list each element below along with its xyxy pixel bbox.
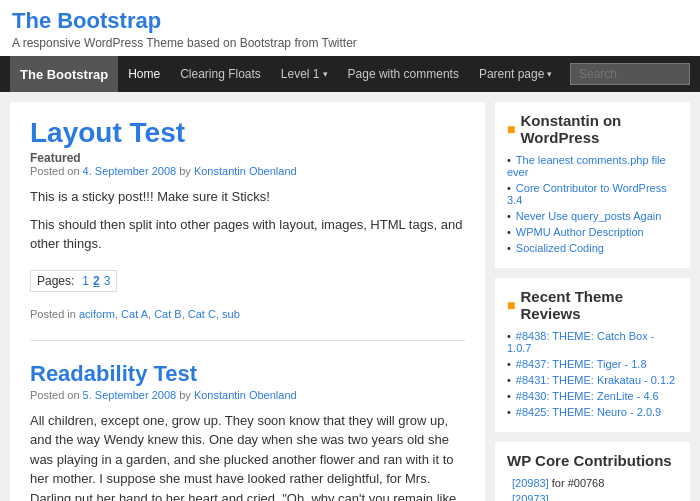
category-link[interactable]: sub [222, 308, 240, 320]
search-input[interactable] [570, 63, 690, 85]
list-item: #8437: THEME: Tiger - 1.8 [507, 358, 678, 370]
rss-item-link[interactable]: #8431: THEME: Krakatau - 0.1.2 [516, 374, 675, 386]
post-pagination: Pages:123 [30, 270, 117, 292]
post-0: Layout Test Featured Posted on 4. Septem… [30, 117, 465, 341]
widget-title-text: Recent Theme Reviews [520, 288, 678, 322]
content-wrapper: Layout Test Featured Posted on 4. Septem… [0, 92, 700, 501]
post-meta: Posted on 4. September 2008 by Konstanti… [30, 165, 465, 177]
page-link[interactable]: 3 [104, 274, 111, 288]
widget-title-text: Konstantin on WordPress [520, 112, 678, 146]
nav-item-home[interactable]: Home [118, 56, 170, 92]
nav-item-page-with-comments[interactable]: Page with comments [338, 56, 469, 92]
category-link[interactable]: Cat B [154, 308, 182, 320]
rss-item-link[interactable]: #8430: THEME: ZenLite - 4.6 [516, 390, 659, 402]
nav-item-parent-page[interactable]: Parent page ▾ [469, 56, 562, 92]
post-title-link[interactable]: Readability Test [30, 361, 197, 386]
trac-link[interactable]: [20973] [512, 493, 549, 501]
post-footer: Posted in aciform, Cat A, Cat B, Cat C, … [30, 308, 465, 320]
nav-links: HomeClearing FloatsLevel 1 ▾Page with co… [118, 56, 562, 92]
post-featured-label: Featured [30, 151, 465, 165]
nav-bar: The Bootstrap HomeClearing FloatsLevel 1… [0, 56, 700, 92]
rss-item-link[interactable]: Core Contributor to WordPress 3.4 [507, 182, 667, 206]
widget-title-text: WP Core Contributions [507, 452, 672, 469]
post-author[interactable]: Konstantin Obenland [194, 165, 297, 177]
nav-logo: The Bootstrap [10, 56, 118, 92]
widget-theme-reviews: ■Recent Theme Reviews#8438: THEME: Catch… [495, 278, 690, 432]
trac-link[interactable]: [20983] [512, 477, 549, 489]
chevron-down-icon: ▾ [323, 69, 328, 79]
post-paragraph: All children, except one, grow up. They … [30, 411, 465, 502]
site-header: The Bootstrap A responsive WordPress The… [0, 0, 700, 56]
rss-item-link[interactable]: WPMU Author Description [516, 226, 644, 238]
page-link[interactable]: 1 [82, 274, 89, 288]
rss-item-link[interactable]: #8437: THEME: Tiger - 1.8 [516, 358, 647, 370]
rss-icon: ■ [507, 297, 515, 313]
widget-title: WP Core Contributions [507, 452, 678, 469]
list-item: [20973] [507, 493, 678, 501]
nav-item-level-1[interactable]: Level 1 ▾ [271, 56, 338, 92]
post-title: Readability Test [30, 361, 465, 387]
chevron-down-icon: ▾ [547, 69, 552, 79]
widget-list: The leanest comments.php file everCore C… [507, 154, 678, 254]
widget-title: ■Konstantin on WordPress [507, 112, 678, 146]
site-title-link[interactable]: The Bootstrap [12, 8, 161, 33]
list-item: The leanest comments.php file ever [507, 154, 678, 178]
post-paragraph: This is a sticky post!!! Make sure it St… [30, 187, 465, 207]
list-item: Never Use query_posts Again [507, 210, 678, 222]
post-body: This is a sticky post!!! Make sure it St… [30, 187, 465, 254]
list-item: #8430: THEME: ZenLite - 4.6 [507, 390, 678, 402]
list-item: Socialized Coding [507, 242, 678, 254]
list-item: #8425: THEME: Neuro - 2.0.9 [507, 406, 678, 418]
nav-item-clearing-floats[interactable]: Clearing Floats [170, 56, 271, 92]
page-link-current[interactable]: 2 [93, 274, 100, 288]
widget-list: [20983] for #00768[20973][20757] for #00… [507, 477, 678, 501]
post-date[interactable]: 4. September 2008 [83, 165, 177, 177]
list-item: Core Contributor to WordPress 3.4 [507, 182, 678, 206]
list-item: WPMU Author Description [507, 226, 678, 238]
post-date[interactable]: 5. September 2008 [83, 389, 177, 401]
nav-search [570, 63, 690, 85]
rss-item-link[interactable]: Never Use query_posts Again [516, 210, 662, 222]
sidebar: ■Konstantin on WordPressThe leanest comm… [495, 102, 690, 501]
list-item: #8431: THEME: Krakatau - 0.1.2 [507, 374, 678, 386]
site-description: A responsive WordPress Theme based on Bo… [12, 36, 688, 50]
post-1: Readability Test Posted on 5. September … [30, 361, 465, 502]
category-link[interactable]: Cat C [188, 308, 216, 320]
main-content: Layout Test Featured Posted on 4. Septem… [10, 102, 485, 501]
rss-item-link[interactable]: Socialized Coding [516, 242, 604, 254]
widget-title: ■Recent Theme Reviews [507, 288, 678, 322]
pages-label: Pages: [37, 274, 74, 288]
widget-wp-core: WP Core Contributions[20983] for #00768[… [495, 442, 690, 501]
post-body: All children, except one, grow up. They … [30, 411, 465, 502]
post-title: Layout Test [30, 117, 465, 149]
post-title-link[interactable]: Layout Test [30, 117, 185, 148]
site-title[interactable]: The Bootstrap [12, 8, 688, 34]
rss-item-link[interactable]: #8425: THEME: Neuro - 2.0.9 [516, 406, 661, 418]
category-link[interactable]: aciform [79, 308, 115, 320]
rss-item-link[interactable]: The leanest comments.php file ever [507, 154, 666, 178]
rss-item-link[interactable]: #8438: THEME: Catch Box - 1.0.7 [507, 330, 654, 354]
category-link[interactable]: Cat A [121, 308, 148, 320]
post-paragraph: This should then split into other pages … [30, 215, 465, 254]
widget-list: #8438: THEME: Catch Box - 1.0.7#8437: TH… [507, 330, 678, 418]
list-item: #8438: THEME: Catch Box - 1.0.7 [507, 330, 678, 354]
widget-konstantin: ■Konstantin on WordPressThe leanest comm… [495, 102, 690, 268]
post-author[interactable]: Konstantin Obenland [194, 389, 297, 401]
rss-icon: ■ [507, 121, 515, 137]
list-item: [20983] for #00768 [507, 477, 678, 489]
post-meta: Posted on 5. September 2008 by Konstanti… [30, 389, 465, 401]
